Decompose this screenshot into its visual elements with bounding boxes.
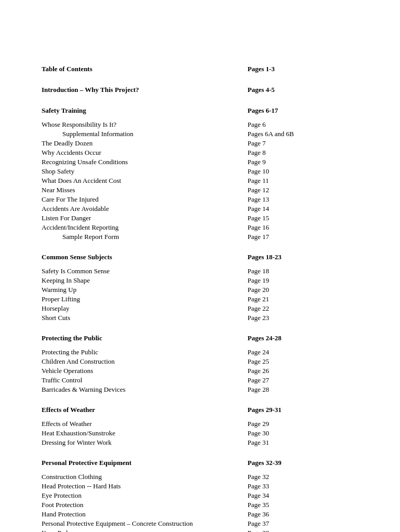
toc-item-pages: Page 35 <box>248 500 359 510</box>
toc-item-row: Shop Safety Page 10 <box>42 167 358 176</box>
section-pages: Pages 18-23 <box>248 246 359 262</box>
toc-item-pages: Page 21 <box>248 295 359 304</box>
toc-item-row: The Deadly Dozen Page 7 <box>42 139 358 148</box>
section-pages: Pages 24-28 <box>248 327 359 343</box>
toc-item-label: Dressing for Winter Work <box>42 438 248 447</box>
toc-item-pages: Page 33 <box>248 482 359 491</box>
toc-item-label: Accident/Incident Reporting <box>42 223 248 232</box>
toc-item-label: Personal Protective Equipment – Concrete… <box>42 519 248 528</box>
toc-item-row: Care For The Injured Page 13 <box>42 195 358 204</box>
toc-item-label: Supplemental Information <box>42 129 248 139</box>
toc-item-label: Foot Protection <box>42 500 248 510</box>
toc-item-pages: Page 15 <box>248 214 359 223</box>
toc-item-row: Barricades & Warning Devices Page 28 <box>42 385 358 394</box>
toc-item-pages: Page 28 <box>248 385 359 394</box>
spacer-row <box>42 343 358 348</box>
section-heading-row: Personal Protective Equipment Pages 32-3… <box>42 451 358 468</box>
toc-item-pages: Page 29 <box>248 419 359 429</box>
toc-item-label: Head Protection -- Hard Hats <box>42 482 248 491</box>
toc-item-pages: Page 38 <box>248 528 359 532</box>
toc-item-row: Accident/Incident Reporting Page 16 <box>42 223 358 232</box>
toc-item-label: Heat Exhaustion/Sunstroke <box>42 429 248 438</box>
section-heading-row: Common Sense Subjects Pages 18-23 <box>42 246 358 262</box>
toc-item-row: Hand Protection Page 36 <box>42 510 358 519</box>
toc-item-label: Barricades & Warning Devices <box>42 385 248 394</box>
section-pages: Pages 32-39 <box>248 451 359 468</box>
toc-item-pages: Page 16 <box>248 223 359 232</box>
toc-item-row: Sample Report Form Page 17 <box>42 232 358 242</box>
toc-item-row: Heat Exhaustion/Sunstroke Page 30 <box>42 429 358 438</box>
toc-item-label: Near Misses <box>42 185 248 195</box>
spacer-row <box>42 262 358 267</box>
section-label: Introduction – Why This Project? <box>42 78 248 95</box>
toc-item-pages: Page 37 <box>248 519 359 528</box>
section-heading-row: Safety Training Pages 6-17 <box>42 99 358 116</box>
toc-item-row: Personal Protective Equipment – Concrete… <box>42 519 358 528</box>
toc-item-pages: Page 12 <box>248 185 359 195</box>
toc-item-row: Accidents Are Avoidable Page 14 <box>42 204 358 214</box>
toc-item-pages: Pages 6A and 6B <box>248 129 359 139</box>
toc-item-label: Construction Clothing <box>42 472 248 482</box>
toc-item-pages: Page 7 <box>248 139 359 148</box>
toc-item-pages: Page 20 <box>248 285 359 295</box>
toc-item-label: Protecting the Public <box>42 348 248 357</box>
toc-item-label: Sample Report Form <box>42 232 248 242</box>
toc-item-pages: Page 24 <box>248 348 359 357</box>
spacer-row <box>42 95 358 99</box>
toc-item-label: Hand Protection <box>42 510 248 519</box>
toc-item-label: Recognizing Unsafe Conditions <box>42 157 248 167</box>
toc-item-label: Warming Up <box>42 285 248 295</box>
toc-item-row: Listen For Danger Page 15 <box>42 214 358 223</box>
section-label: Table of Contents <box>42 58 248 74</box>
toc-item-label: Accidents Are Avoidable <box>42 204 248 214</box>
toc-item-row: Head Protection -- Hard Hats Page 33 <box>42 482 358 491</box>
toc-item-row: Warming Up Page 20 <box>42 285 358 295</box>
section-heading-row: Effects of Weather Pages 29-31 <box>42 398 358 415</box>
spacer-row <box>42 242 358 246</box>
toc-item-label: Proper Lifting <box>42 295 248 304</box>
section-pages: Pages 1-3 <box>248 58 359 74</box>
toc-item-pages: Page 27 <box>248 376 359 385</box>
toc-item-label: Why Accidents Occur <box>42 148 248 157</box>
toc-item-label: Horseplay <box>42 304 248 313</box>
toc-item-pages: Page 23 <box>248 313 359 323</box>
toc-item-label: Whose Responsibility Is It? <box>42 120 248 129</box>
toc-item-row: Supplemental Information Pages 6A and 6B <box>42 129 358 139</box>
toc-item-label: Vehicle Operations <box>42 366 248 376</box>
toc-table: Table of Contents Pages 1-3 Introduction… <box>42 58 358 532</box>
toc-item-pages: Page 10 <box>248 167 359 176</box>
toc-item-pages: Page 31 <box>248 438 359 447</box>
toc-item-label: Short Cuts <box>42 313 248 323</box>
toc-item-label: Traffic Control <box>42 376 248 385</box>
toc-item-label: Keeping In Shape <box>42 276 248 285</box>
section-heading-row: Introduction – Why This Project? Pages 4… <box>42 78 358 95</box>
spacer-row <box>42 323 358 327</box>
toc-item-row: Proper Lifting Page 21 <box>42 295 358 304</box>
spacer-row <box>42 116 358 120</box>
toc-item-pages: Page 11 <box>248 176 359 185</box>
toc-item-label: Knee Pads <box>42 528 248 532</box>
toc-item-row: Foot Protection Page 35 <box>42 500 358 510</box>
toc-item-row: Knee Pads Page 38 <box>42 528 358 532</box>
toc-item-pages: Page 17 <box>248 232 359 242</box>
toc-item-row: Short Cuts Page 23 <box>42 313 358 323</box>
section-label: Safety Training <box>42 99 248 116</box>
toc-item-pages: Page 34 <box>248 491 359 500</box>
section-label: Effects of Weather <box>42 398 248 415</box>
toc-item-label: What Does An Accident Cost <box>42 176 248 185</box>
toc-item-pages: Page 6 <box>248 120 359 129</box>
toc-item-pages: Page 18 <box>248 267 359 276</box>
section-label: Common Sense Subjects <box>42 246 248 262</box>
spacer-row <box>42 415 358 419</box>
toc-item-label: Safety Is Common Sense <box>42 267 248 276</box>
toc-item-label: Children And Construction <box>42 357 248 366</box>
toc-item-row: Protecting the Public Page 24 <box>42 348 358 357</box>
main-title <box>42 31 358 42</box>
toc-item-pages: Page 30 <box>248 429 359 438</box>
toc-item-label: Care For The Injured <box>42 195 248 204</box>
toc-item-label: Shop Safety <box>42 167 248 176</box>
toc-item-row: Eye Protection Page 34 <box>42 491 358 500</box>
toc-item-row: Effects of Weather Page 29 <box>42 419 358 429</box>
toc-item-pages: Page 25 <box>248 357 359 366</box>
toc-item-pages: Page 22 <box>248 304 359 313</box>
